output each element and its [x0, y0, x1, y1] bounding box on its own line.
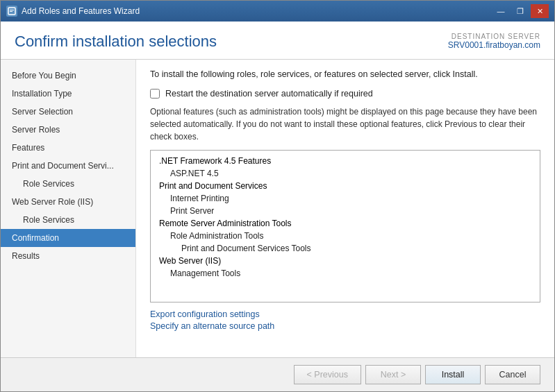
feature-print-doc-tools: Print and Document Services Tools: [154, 242, 537, 255]
sidebar-item-print-document[interactable]: Print and Document Servi...: [1, 157, 135, 175]
feature-print-doc: Print and Document Services: [154, 180, 537, 192]
destination-server: SRV0001.firatboyan.com: [448, 40, 540, 50]
install-button[interactable]: Install: [425, 365, 481, 384]
restore-button[interactable]: ❐: [511, 4, 529, 18]
title-bar-text: Add Roles and Features Wizard: [22, 6, 140, 16]
sidebar-item-before-you-begin[interactable]: Before You Begin: [1, 67, 135, 85]
restart-label[interactable]: Restart the destination server automatic…: [165, 89, 373, 99]
sidebar-item-server-selection[interactable]: Server Selection: [1, 103, 135, 121]
links-area: Export configuration settings Specify an…: [150, 309, 540, 331]
feature-role-admin-tools: Role Administration Tools: [154, 230, 537, 242]
sidebar-item-features[interactable]: Features: [1, 139, 135, 157]
right-pane: To install the following roles, role ser…: [136, 60, 554, 357]
close-button[interactable]: ✕: [531, 4, 549, 18]
destination-label: DESTINATION SERVER: [448, 33, 540, 40]
sidebar-item-results[interactable]: Results: [1, 247, 135, 265]
sidebar-item-confirmation[interactable]: Confirmation: [1, 229, 135, 247]
feature-print-server: Print Server: [154, 205, 537, 217]
title-bar: Add Roles and Features Wizard — ❐ ✕: [1, 1, 554, 22]
feature-management-tools: Management Tools: [154, 267, 537, 280]
sidebar-item-server-roles[interactable]: Server Roles: [1, 121, 135, 139]
feature-rsat: Remote Server Administration Tools: [154, 217, 537, 230]
feature-aspnet: ASP.NET 4.5: [154, 167, 537, 180]
header-area: Confirm installation selections DESTINAT…: [1, 22, 554, 60]
title-bar-controls: — ❐ ✕: [492, 4, 549, 18]
sidebar-item-role-services-1[interactable]: Role Services: [1, 175, 135, 193]
export-link[interactable]: Export configuration settings: [150, 309, 540, 319]
sidebar-item-role-services-2[interactable]: Role Services: [1, 211, 135, 229]
next-button[interactable]: Next >: [365, 365, 421, 384]
sidebar-item-installation-type[interactable]: Installation Type: [1, 85, 135, 103]
feature-internet-printing: Internet Printing: [154, 192, 537, 205]
cancel-button[interactable]: Cancel: [485, 365, 540, 384]
page-title: Confirm installation selections: [15, 33, 217, 51]
previous-button[interactable]: < Previous: [294, 365, 361, 384]
optional-text: Optional features (such as administratio…: [150, 105, 540, 143]
source-link[interactable]: Specify an alternate source path: [150, 321, 540, 331]
wizard-window: Add Roles and Features Wizard — ❐ ✕ Conf…: [0, 0, 555, 392]
svg-rect-1: [10, 10, 14, 10]
content-area: Confirm installation selections DESTINAT…: [1, 22, 554, 391]
main-body: Before You Begin Installation Type Serve…: [1, 60, 554, 357]
sidebar: Before You Begin Installation Type Serve…: [1, 60, 136, 357]
feature-net-framework: .NET Framework 4.5 Features: [154, 155, 537, 167]
svg-rect-2: [10, 11, 13, 12]
restart-checkbox[interactable]: [150, 89, 160, 99]
footer: < Previous Next > Install Cancel: [1, 357, 554, 391]
wizard-icon: [6, 6, 17, 17]
title-bar-left: Add Roles and Features Wizard: [6, 6, 140, 17]
checkbox-row: Restart the destination server automatic…: [150, 89, 540, 99]
feature-web-server: Web Server (IIS): [154, 255, 537, 267]
minimize-button[interactable]: —: [492, 4, 510, 18]
features-box[interactable]: .NET Framework 4.5 Features ASP.NET 4.5 …: [150, 150, 540, 302]
sidebar-item-web-server[interactable]: Web Server Role (IIS): [1, 193, 135, 211]
destination-info: DESTINATION SERVER SRV0001.firatboyan.co…: [448, 33, 540, 50]
intro-text: To install the following roles, role ser…: [150, 69, 540, 79]
